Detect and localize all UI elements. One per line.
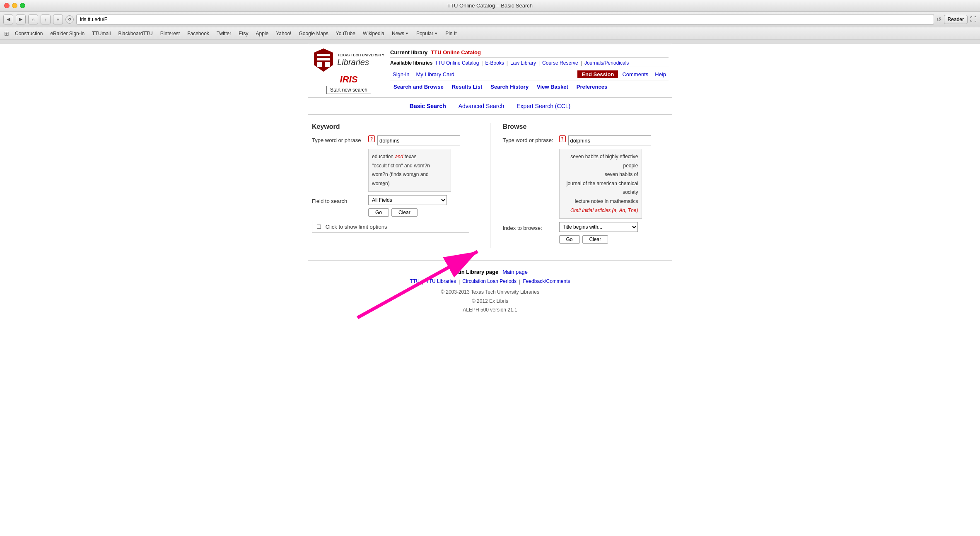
- forward-button[interactable]: ▶: [16, 14, 26, 24]
- lib-link-journals[interactable]: Journals/Periodicals: [584, 60, 629, 66]
- help-link[interactable]: Help: [652, 70, 669, 78]
- share-button[interactable]: ↑: [41, 14, 51, 24]
- browse-title: Browse: [503, 123, 669, 130]
- lib-link-ttu[interactable]: TTU Online Catalog: [435, 60, 479, 66]
- index-select-row: Index to browse: Title begins with... Au…: [503, 222, 669, 232]
- browse-suggestion-1: seven habits of highly effective people: [563, 152, 638, 170]
- main-library-page-label: Main Library page: [452, 269, 498, 275]
- bookmark-item-googlemaps[interactable]: Google Maps: [295, 30, 331, 37]
- lib-link-course[interactable]: Course Reserve: [542, 60, 578, 66]
- search-browse-link[interactable]: Search and Browse: [390, 83, 447, 91]
- reload-button[interactable]: ↺: [937, 16, 941, 23]
- page-content: TEXAS TECH UNIVERSITY Libraries IRIS Sta…: [0, 44, 980, 536]
- comments-link[interactable]: Comments: [620, 70, 651, 78]
- maximize-button[interactable]: [20, 3, 25, 8]
- main-page-link[interactable]: Main page: [502, 269, 528, 275]
- results-list-link[interactable]: Results List: [449, 83, 486, 91]
- bookmark-item-pinit[interactable]: Pin It: [442, 30, 460, 37]
- start-new-search-button[interactable]: Start new search: [326, 86, 371, 94]
- add-tab-button[interactable]: +: [53, 14, 63, 24]
- browse-go-button[interactable]: Go: [559, 235, 580, 244]
- field-to-search-select[interactable]: All Fields Title Author Subject: [368, 195, 447, 205]
- my-library-card-link[interactable]: My Library Card: [413, 70, 456, 78]
- back-button[interactable]: ◀: [3, 14, 13, 24]
- keyword-search-input[interactable]: [377, 135, 460, 145]
- browse-clear-button[interactable]: Clear: [582, 235, 608, 244]
- lib-link-law[interactable]: Law Library: [510, 60, 536, 66]
- browse-suggestion-3: journal of the american chemical society: [563, 179, 638, 197]
- index-to-browse-select[interactable]: Title begins with... Author begins with.…: [559, 222, 638, 232]
- svg-rect-1: [317, 54, 330, 56]
- bookmark-item-ttumail[interactable]: TTUmail: [89, 30, 114, 37]
- library-header: TEXAS TECH UNIVERSITY Libraries IRIS Sta…: [311, 48, 669, 94]
- browse-suggestion-4: lecture notes in mathematics: [563, 197, 638, 206]
- home-button[interactable]: ⌂: [28, 14, 38, 24]
- address-bar[interactable]: [76, 14, 934, 25]
- bookmark-item-blackboard[interactable]: BlackboardTTU: [115, 30, 156, 37]
- footer-feedback-link[interactable]: Feedback/Comments: [523, 278, 570, 285]
- view-basket-link[interactable]: View Basket: [533, 83, 572, 91]
- tab-basic-search[interactable]: Basic Search: [410, 103, 446, 109]
- limit-options-label: Click to show limit options: [326, 224, 387, 230]
- limit-options-checkbox[interactable]: ☐: [316, 224, 321, 230]
- bookmark-item-youtube[interactable]: YouTube: [333, 30, 359, 37]
- footer-circulation-link[interactable]: Circulation Loan Periods: [462, 278, 517, 285]
- sign-in-link[interactable]: Sign-in: [390, 70, 412, 78]
- university-name-text: TEXAS TECH UNIVERSITY Libraries: [337, 53, 384, 67]
- traffic-lights: [4, 3, 25, 8]
- omit-note: Omit initial articles (a, An, The): [563, 206, 638, 215]
- vertical-divider: [490, 123, 490, 248]
- browse-help-icon[interactable]: ?: [559, 135, 566, 142]
- footer-ttu-libraries-link[interactable]: TTU Libraries: [426, 278, 456, 285]
- keyword-go-button[interactable]: Go: [368, 208, 389, 217]
- bookmark-item-yahoo[interactable]: Yahoo!: [273, 30, 294, 37]
- current-library-row: Current library TTU Online Catalog: [390, 48, 669, 58]
- tab-expert-search[interactable]: Expert Search (CCL): [517, 103, 570, 109]
- logo-image: TEXAS TECH UNIVERSITY Libraries: [313, 48, 384, 72]
- bookmark-item-wikipedia[interactable]: Wikipedia: [360, 30, 388, 37]
- bookmark-item-construction[interactable]: Construction: [12, 30, 46, 37]
- keyword-clear-button[interactable]: Clear: [391, 208, 418, 217]
- minimize-button[interactable]: [12, 3, 17, 8]
- refresh-icon[interactable]: ↻: [65, 15, 74, 24]
- limit-options-row[interactable]: ☐ Click to show limit options: [312, 221, 469, 233]
- keyword-input-row: Type word or phrase ?: [312, 135, 478, 145]
- browse-section: Browse Type word or phrase: ? seven habi…: [503, 123, 669, 248]
- shield-logo: [313, 48, 334, 72]
- end-session-button[interactable]: End Session: [577, 70, 618, 78]
- lib-link-ebooks[interactable]: E-Books: [485, 60, 504, 66]
- bookmark-item-eraider[interactable]: eRaider Sign-in: [47, 30, 88, 37]
- bookmark-item-popular[interactable]: Popular ▼: [413, 30, 441, 37]
- current-library-link[interactable]: TTU Online Catalog: [431, 49, 481, 56]
- main-nav-row: Search and Browse Results List Search Hi…: [390, 82, 669, 92]
- footer-ttu-link[interactable]: TTU: [410, 278, 420, 285]
- preferences-link[interactable]: Preferences: [573, 83, 611, 91]
- bookmark-item-twitter[interactable]: Twitter: [213, 30, 234, 37]
- bookmark-item-news[interactable]: News ▼: [389, 30, 412, 37]
- tab-advanced-search[interactable]: Advanced Search: [459, 103, 504, 109]
- bookmarks-icon[interactable]: ⊞: [4, 30, 9, 37]
- browse-suggestion-2: seven habits of: [563, 170, 638, 179]
- reader-button[interactable]: Reader: [944, 15, 968, 24]
- iris-title: IRIS: [340, 74, 358, 85]
- bookmark-item-facebook[interactable]: Facebook: [184, 30, 212, 37]
- keyword-help-icon[interactable]: ?: [368, 135, 375, 142]
- browser-titlebar: TTU Online Catalog – Basic Search: [0, 0, 980, 12]
- bookmark-item-apple[interactable]: Apple: [253, 30, 272, 37]
- search-history-link[interactable]: Search History: [487, 83, 532, 91]
- svg-rect-2: [317, 58, 330, 60]
- close-button[interactable]: [4, 3, 10, 8]
- available-libraries-label: Available libraries: [390, 60, 432, 66]
- fullscreen-button[interactable]: ⛶: [970, 16, 977, 23]
- keyword-field-label: Type word or phrase: [312, 135, 366, 143]
- keyword-section: Keyword Type word or phrase ? education …: [312, 123, 478, 248]
- browse-search-input[interactable]: [568, 135, 651, 145]
- logo-area: TEXAS TECH UNIVERSITY Libraries IRIS Sta…: [311, 48, 386, 94]
- browse-field-label: Type word or phrase:: [503, 135, 557, 143]
- action-row: Sign-in My Library Card End Session Comm…: [390, 69, 669, 80]
- bookmark-item-pinterest[interactable]: Pinterest: [157, 30, 183, 37]
- suggestion-1: education and texas: [372, 152, 447, 162]
- bookmark-item-etsy[interactable]: Etsy: [235, 30, 251, 37]
- search-content-area: Keyword Type word or phrase ? education …: [308, 119, 672, 252]
- footer-copyright: © 2003-2013 Texas Tech University Librar…: [312, 288, 668, 315]
